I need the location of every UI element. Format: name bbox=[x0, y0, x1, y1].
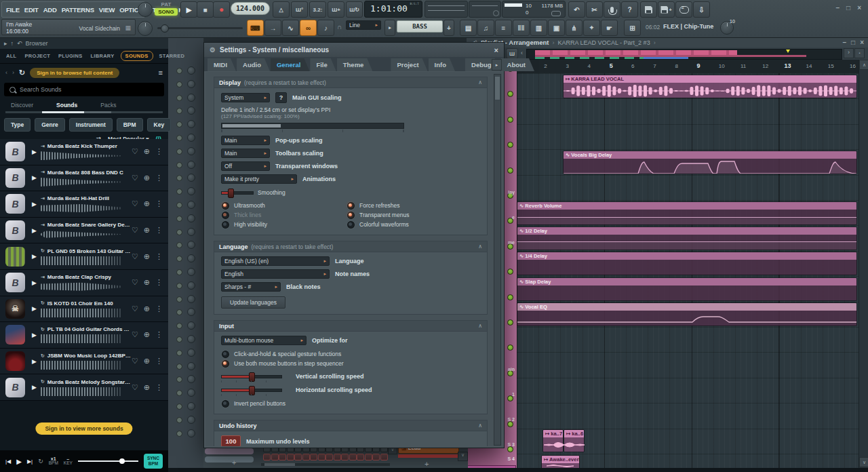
channel-mute-led[interactable] bbox=[176, 68, 182, 74]
favorite-icon[interactable]: ♡ bbox=[132, 278, 138, 287]
playlist-maximize[interactable]: □ bbox=[851, 39, 855, 46]
subtab-discover[interactable]: Discover bbox=[11, 102, 33, 109]
channel-mute-led[interactable] bbox=[176, 283, 182, 289]
playlist-close[interactable]: × bbox=[860, 39, 864, 46]
channel-mute-led[interactable] bbox=[176, 309, 182, 315]
more-options-icon[interactable]: ⋮ bbox=[155, 304, 163, 313]
zoom-dot-button[interactable]: • bbox=[854, 48, 865, 58]
clip-body[interactable] bbox=[564, 83, 856, 98]
playlist-minimize[interactable]: – bbox=[843, 39, 847, 46]
browser-tab-plugins[interactable]: PLUGINS bbox=[56, 52, 84, 60]
channel-mute-led[interactable] bbox=[176, 229, 182, 235]
filter-key[interactable]: Key bbox=[147, 118, 172, 132]
mic-button[interactable] bbox=[604, 1, 620, 18]
channel-mute-led[interactable] bbox=[176, 242, 182, 248]
step-cell[interactable] bbox=[357, 454, 364, 460]
pat-song-toggle[interactable]: PAT SONG bbox=[155, 1, 178, 16]
filter-bpm[interactable]: BPM bbox=[117, 118, 143, 132]
add-icon[interactable]: ⊕ bbox=[144, 304, 150, 313]
channel-pan-knob[interactable] bbox=[187, 308, 195, 316]
track-led[interactable] bbox=[507, 294, 513, 300]
track-led[interactable] bbox=[507, 269, 513, 275]
stop-button[interactable]: ■ bbox=[197, 1, 214, 18]
add-icon[interactable]: ⊕ bbox=[144, 147, 150, 156]
play-button[interactable]: ▶ bbox=[180, 1, 197, 18]
add-channel-button[interactable]: + bbox=[443, 20, 454, 36]
sound-play-button[interactable]: ▶ bbox=[32, 358, 37, 365]
link-controllers-button[interactable]: ∞ bbox=[300, 20, 317, 36]
sound-play-button[interactable]: ▶ bbox=[32, 201, 37, 208]
clip-header[interactable]: ∿ Vocals Big Delay bbox=[564, 151, 856, 159]
track-led[interactable] bbox=[507, 319, 513, 326]
add-icon[interactable]: ⊕ bbox=[144, 357, 150, 366]
channel-mute-led[interactable] bbox=[176, 390, 182, 396]
channel-mute-led[interactable] bbox=[176, 95, 182, 101]
back-icon[interactable]: ↶ bbox=[17, 40, 22, 47]
clip-header[interactable]: ∿ Reverb Volume bbox=[517, 202, 856, 210]
typewriter-button[interactable]: ♪ bbox=[317, 20, 334, 36]
refresh-icon[interactable]: ↻ bbox=[19, 68, 25, 77]
step-cell[interactable] bbox=[294, 454, 302, 460]
clip-body[interactable] bbox=[517, 286, 856, 300]
step-edit-button[interactable]: → bbox=[264, 20, 281, 36]
main-volume-knob[interactable] bbox=[138, 2, 153, 17]
sound-list-item[interactable]: B▶↻Murda Beatz Melody Songstar…♡⊕⋮ bbox=[0, 374, 168, 401]
sound-play-button[interactable]: ▶ bbox=[32, 332, 37, 338]
favorite-icon[interactable]: ♡ bbox=[132, 147, 138, 156]
oscilloscope[interactable] bbox=[425, 1, 468, 18]
channel-pan-knob[interactable] bbox=[187, 134, 195, 142]
add-icon[interactable]: ⊕ bbox=[144, 174, 150, 182]
subtab-packs[interactable]: Packs bbox=[100, 102, 116, 109]
input-section-header[interactable]: Input ∧ bbox=[214, 321, 487, 332]
skip-start-icon[interactable]: |◀ bbox=[5, 458, 11, 465]
more-options-icon[interactable]: ⋮ bbox=[155, 252, 163, 261]
checkbox-led[interactable] bbox=[221, 399, 230, 408]
clip-header[interactable]: ↦ ka..7 bbox=[543, 430, 563, 437]
filter-type[interactable]: Type bbox=[4, 118, 31, 132]
favorite-icon[interactable]: ♡ bbox=[132, 304, 138, 313]
playlist-grid[interactable]: ↦ KARRA LEAD VOCAL∿ Vocals Big Delay∿ Re… bbox=[517, 73, 859, 468]
ppi-slider[interactable] bbox=[221, 123, 404, 129]
clip-karra-lead-vocal[interactable]: ↦ KARRA LEAD VOCAL bbox=[563, 75, 857, 98]
tempo-display[interactable]: 124.000 bbox=[231, 2, 270, 15]
sound-play-button[interactable]: ▶ bbox=[32, 227, 37, 234]
settings-tab-file[interactable]: File bbox=[310, 58, 336, 71]
smoothing-slider[interactable] bbox=[221, 189, 252, 197]
menu-add[interactable]: ADD bbox=[43, 6, 57, 14]
checkbox-led[interactable] bbox=[347, 201, 355, 210]
sound-list-item[interactable]: B▶⇥Murda Beatz Hi-Hat Drill♡⊕⋮ bbox=[0, 191, 168, 218]
channel-pan-knob[interactable] bbox=[187, 402, 195, 410]
step-cell[interactable] bbox=[365, 454, 372, 460]
output-monitor[interactable] bbox=[469, 1, 501, 18]
master-pitch-knob[interactable] bbox=[138, 21, 153, 36]
help-button[interactable]: ? bbox=[621, 1, 638, 18]
typing-keyboard-button[interactable]: ⌨ bbox=[247, 20, 264, 36]
channel-mute-led[interactable] bbox=[176, 431, 182, 437]
channel-pan-knob[interactable] bbox=[187, 389, 195, 397]
sound-list-item[interactable]: ☠▶↻IS KOTD 01 Choir Em 140♡⊕⋮ bbox=[0, 296, 168, 323]
black-notes-select[interactable]: Sharps - #▸ bbox=[221, 282, 281, 292]
clip-1-4-delay[interactable]: ∿ 1/4 Delay bbox=[517, 252, 857, 275]
cpu-panel[interactable]: 10 1178 MB 0 bbox=[502, 1, 566, 18]
animations-select[interactable]: Make it pretty▸ bbox=[221, 174, 297, 184]
clip-header[interactable]: ↦ KARRA LEAD VOCAL bbox=[564, 75, 856, 83]
target-channel-display[interactable]: BASS bbox=[397, 20, 443, 33]
checkbox-led[interactable] bbox=[347, 211, 355, 220]
channel-pan-knob[interactable] bbox=[187, 416, 195, 424]
cut-tool-button[interactable]: ✂ bbox=[586, 1, 603, 18]
step-cell[interactable] bbox=[372, 454, 380, 460]
playlist-scroll-up[interactable]: ∧ bbox=[859, 60, 868, 70]
subtab-sounds[interactable]: Sounds bbox=[56, 102, 77, 109]
step-cell[interactable] bbox=[279, 454, 286, 460]
clip-vocals-big-delay[interactable]: ∿ Vocals Big Delay bbox=[563, 151, 857, 174]
track-led[interactable] bbox=[507, 168, 513, 174]
horizontal-scroll-speed-slider[interactable] bbox=[221, 386, 281, 394]
channel-mute-led[interactable] bbox=[176, 256, 182, 262]
channel-pan-knob[interactable] bbox=[187, 187, 195, 195]
key-control[interactable]: –KEY bbox=[64, 456, 73, 466]
clip-header[interactable]: ∿ Vocal EQ bbox=[517, 303, 856, 311]
channel-pan-knob[interactable] bbox=[187, 201, 195, 209]
channel-mute-led[interactable] bbox=[176, 350, 182, 356]
playlist-scroll-down[interactable]: ∨ bbox=[859, 457, 868, 467]
collapse-icon[interactable]: ∧ bbox=[478, 79, 482, 85]
